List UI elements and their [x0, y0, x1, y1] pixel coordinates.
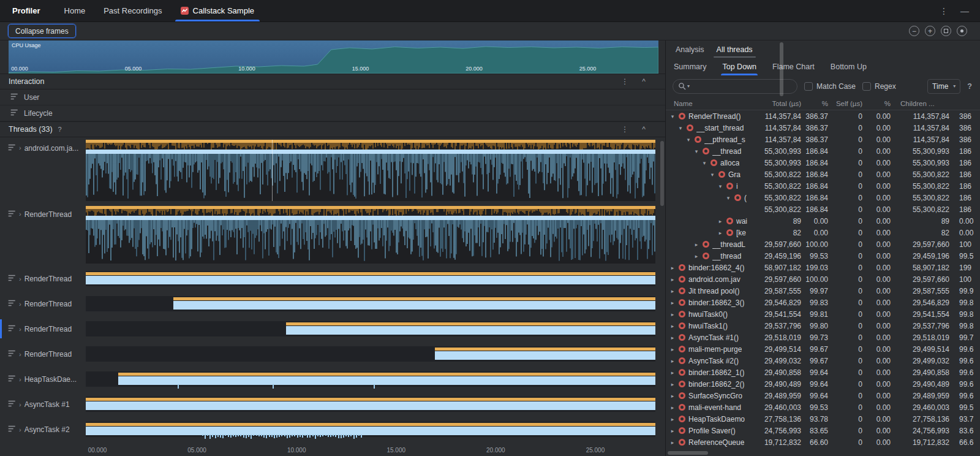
subtab-top-down[interactable]: Top Down: [722, 58, 756, 75]
tree-toggle-icon[interactable]: ▸: [693, 253, 699, 259]
tree-toggle-icon[interactable]: ▸: [669, 288, 676, 294]
topdown-row[interactable]: ▸hwuiTask0()29,541,55499.8100.0029,541,5…: [666, 308, 980, 320]
tree-toggle-icon[interactable]: ▸: [669, 370, 676, 376]
topdown-row[interactable]: ▸binder:16862_4()58,907,182199.0300.0058…: [666, 262, 980, 273]
topdown-row[interactable]: ▸hwuiTask1()29,537,79699.8000.0029,537,7…: [666, 320, 980, 332]
interaction-row-lifecycle[interactable]: Lifecycle: [0, 105, 665, 121]
topdown-row[interactable]: ▸wai890.0000.00890.00: [666, 215, 980, 227]
topdown-row[interactable]: ▸mali-event-hand29,460,00399.5300.0029,4…: [666, 401, 980, 413]
tree-toggle-icon[interactable]: ▸: [669, 265, 676, 271]
tree-toggle-icon[interactable]: ▸: [693, 241, 699, 248]
analysis-tab-all-threads[interactable]: All threads: [710, 40, 759, 58]
topdown-row[interactable]: ▸binder:16862_1()29,490,85899.6400.0029,…: [666, 367, 980, 378]
tree-toggle-icon[interactable]: ▾: [693, 148, 699, 154]
tree-toggle-icon[interactable]: ▸: [717, 230, 723, 236]
subtab-bottom-up[interactable]: Bottom Up: [831, 58, 867, 75]
topdown-row[interactable]: ▸Jit thread pool()29,587,55599.9700.0029…: [666, 285, 980, 297]
topdown-row[interactable]: ▸HeapTaskDaemo27,758,13693.7800.0027,758…: [666, 413, 980, 425]
analysis-tab-analysis[interactable]: Analysis: [669, 40, 710, 58]
match-case-checkbox[interactable]: Match Case: [804, 82, 856, 91]
expand-chevron-icon[interactable]: ›: [19, 144, 21, 151]
kebab-menu-icon[interactable]: ⋮: [621, 125, 628, 134]
expand-chevron-icon[interactable]: ›: [19, 325, 21, 333]
tree-toggle-icon[interactable]: ▸: [669, 311, 676, 317]
collapse-chevron-icon[interactable]: ^: [642, 77, 646, 86]
topdown-row[interactable]: ▸__thread29,459,19699.5300.0029,459,1969…: [666, 250, 980, 262]
topdown-row[interactable]: ▾__start_thread114,357,84386.3700.00114,…: [666, 122, 980, 134]
thread-activity-track[interactable]: [86, 344, 655, 364]
tree-toggle-icon[interactable]: ▸: [669, 276, 676, 283]
thread-track-asynctask-2-8[interactable]: ›AsyncTask #2: [0, 419, 665, 439]
thread-track-android-com-ja-0[interactable]: ›android.com.ja...: [0, 140, 665, 201]
topdown-row[interactable]: ▸__threadL29,597,660100.0000.0029,597,66…: [666, 238, 980, 250]
checkbox-box[interactable]: [804, 82, 813, 91]
thread-track-renderthread-2[interactable]: ›RenderThread: [0, 268, 665, 289]
tree-toggle-icon[interactable]: ▸: [669, 393, 676, 399]
tree-toggle-icon[interactable]: ▸: [717, 218, 723, 224]
topdown-row[interactable]: ▸SurfaceSyncGro29,489,95999.6400.0029,48…: [666, 390, 980, 401]
tree-toggle-icon[interactable]: ▾: [717, 183, 723, 189]
expand-chevron-icon[interactable]: ›: [19, 210, 21, 218]
tree-toggle-icon[interactable]: ▾: [709, 172, 715, 178]
interaction-section-header[interactable]: Interaction ⋮ ^: [0, 74, 665, 89]
search-input-box[interactable]: ▾: [673, 79, 797, 94]
topdown-row[interactable]: ▾alloca55,300,993186.8400.0055,300,99318…: [666, 157, 980, 169]
topdown-row[interactable]: ▾RenderThread()114,357,84386.3700.00114,…: [666, 110, 980, 122]
checkbox-box[interactable]: [862, 82, 871, 91]
tree-toggle-icon[interactable]: ▸: [669, 439, 676, 446]
topdown-row[interactable]: ▸[ke820.0000.00820.00: [666, 227, 980, 238]
minimize-icon[interactable]: —: [960, 6, 969, 16]
kebab-menu-icon[interactable]: ⋮: [621, 77, 628, 86]
zoom-out-icon[interactable]: −: [909, 26, 919, 36]
topdown-row[interactable]: ▾__thread55,300,993186.8400.0055,300,993…: [666, 145, 980, 157]
tree-toggle-icon[interactable]: ▾: [669, 113, 676, 120]
threads-section-header[interactable]: Threads (33) ? ⋮ ^: [0, 121, 665, 137]
time-dropdown[interactable]: Time ▾: [927, 79, 960, 94]
expand-chevron-icon[interactable]: ›: [19, 300, 21, 308]
thread-activity-track[interactable]: [86, 419, 655, 439]
topdown-row[interactable]: ▸Profile Saver()24,756,99383.6500.0024,7…: [666, 425, 980, 436]
thread-activity-track[interactable]: [86, 268, 655, 289]
expand-chevron-icon[interactable]: ›: [19, 426, 21, 433]
subtab-summary[interactable]: Summary: [674, 58, 706, 75]
tree-toggle-icon[interactable]: ▸: [669, 405, 676, 411]
topdown-row[interactable]: ▾i55,300,822186.8400.0055,300,822186: [666, 180, 980, 192]
search-input[interactable]: [691, 82, 792, 91]
tree-toggle-icon[interactable]: ▸: [669, 381, 676, 387]
tab-home[interactable]: Home: [55, 0, 95, 21]
expand-chevron-icon[interactable]: ›: [19, 351, 21, 358]
topdown-row[interactable]: ▸ReferenceQueue19,712,83266.6000.0019,71…: [666, 436, 980, 448]
tree-toggle-icon[interactable]: ▾: [701, 160, 707, 166]
expand-chevron-icon[interactable]: ›: [19, 401, 21, 408]
vertical-scrollbar[interactable]: [660, 141, 664, 206]
zoom-to-selection-icon[interactable]: [957, 26, 967, 36]
topdown-row[interactable]: ▸binder:16862_3()29,546,82999.8300.0029,…: [666, 297, 980, 308]
tree-toggle-icon[interactable]: ▾: [685, 137, 692, 143]
interaction-row-user[interactable]: User: [0, 89, 665, 105]
horizontal-scrollbar[interactable]: [668, 451, 708, 455]
topdown-row[interactable]: ▸android.com.jav29,597,660100.0000.0029,…: [666, 273, 980, 285]
thread-activity-track[interactable]: [86, 206, 655, 264]
tree-toggle-icon[interactable]: ▸: [669, 300, 676, 306]
cpu-usage-chart[interactable]: CPU Usage 00.00005.00010.00015.00020.000…: [9, 40, 658, 74]
topdown-row[interactable]: ▾(55,300,822186.8400.0055,300,822186: [666, 192, 980, 203]
thread-activity-track[interactable]: [86, 319, 655, 339]
tree-toggle-icon[interactable]: ▸: [669, 346, 676, 352]
tab-callstack-sample[interactable]: Callstack Sample: [172, 0, 263, 21]
zoom-in-icon[interactable]: +: [925, 26, 935, 36]
collapse-frames-button[interactable]: Collapse frames: [8, 24, 76, 38]
tree-toggle-icon[interactable]: ▸: [669, 335, 676, 341]
thread-activity-track[interactable]: [86, 140, 655, 201]
topdown-row[interactable]: ▾Gra55,300,822186.8400.0055,300,822186: [666, 169, 980, 180]
expand-chevron-icon[interactable]: ›: [19, 275, 21, 283]
tree-toggle-icon[interactable]: ▸: [669, 323, 676, 329]
topdown-row[interactable]: ▸AsyncTask #1()29,518,01999.7300.0029,51…: [666, 332, 980, 343]
tree-toggle-icon[interactable]: ▾: [725, 195, 731, 201]
collapse-chevron-icon[interactable]: ^: [642, 125, 646, 134]
vertical-scrollbar[interactable]: [780, 42, 783, 96]
subtab-flame-chart[interactable]: Flame Chart: [772, 58, 815, 75]
thread-track-renderthread-5[interactable]: ›RenderThread: [0, 344, 665, 364]
thread-track-renderthread-4[interactable]: ›RenderThread: [0, 319, 665, 339]
thread-activity-track[interactable]: [86, 294, 655, 314]
thread-track-renderthread-3[interactable]: ›RenderThread: [0, 294, 665, 314]
